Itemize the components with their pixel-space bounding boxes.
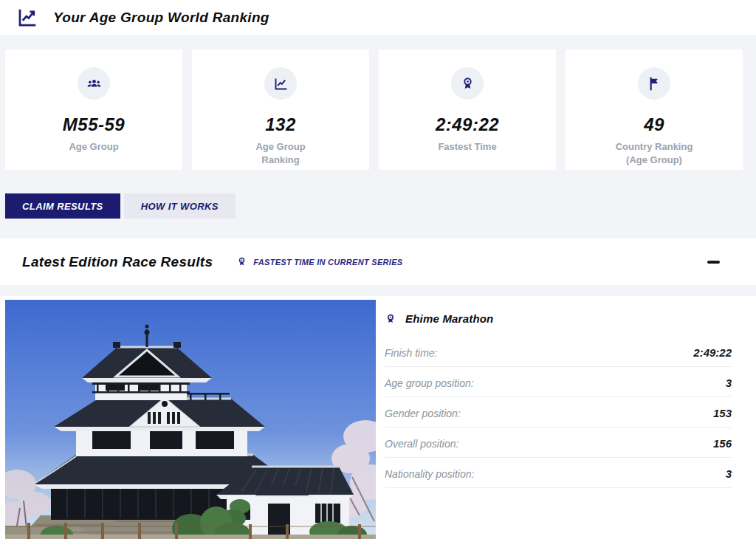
fastest-time-badge-label: FASTEST TIME IN CURRENT SERIES [253, 258, 402, 267]
stat-card-fastest-time: 2:49:22 Fastest Time [379, 49, 556, 170]
collapse-section-button[interactable] [704, 253, 722, 271]
fastest-time-badge: FASTEST TIME IN CURRENT SERIES [236, 256, 402, 267]
result-row-overall-position: Overall position: 156 [385, 428, 732, 458]
row-value: 156 [713, 437, 732, 450]
result-row-nationality-position: Nationality position: 3 [385, 458, 732, 488]
row-label: Overall position: [385, 438, 458, 450]
medal-icon [236, 256, 247, 267]
claim-results-button[interactable]: CLAIM RESULTS [5, 193, 120, 219]
line-chart-icon [264, 67, 297, 100]
stat-card-age-group-ranking: 132 Age Group Ranking [192, 49, 369, 170]
stats-cards: M55-59 Age Group 132 Age Group Ranking 2… [5, 49, 743, 170]
latest-results-title: Latest Edition Race Results [22, 254, 213, 270]
race-details: Ehime Marathon Finish time: 2:49:22 Age … [376, 296, 756, 539]
flag-icon [638, 67, 670, 100]
row-value: 3 [726, 377, 732, 389]
stat-label: Fastest Time [438, 140, 496, 154]
latest-results-bar: Latest Edition Race Results FASTEST TIME… [0, 238, 756, 285]
people-icon [78, 67, 110, 100]
row-label: Nationality position: [385, 468, 474, 480]
result-row-gender-position: Gender position: 153 [385, 397, 732, 428]
stat-label: Country Ranking (Age Group) [616, 140, 693, 166]
row-value: 153 [713, 407, 732, 419]
row-value: 3 [726, 467, 732, 480]
race-photo-japanese-castle [5, 300, 376, 539]
stat-card-country-ranking: 49 Country Ranking (Age Group) [566, 49, 743, 170]
stat-label: Age Group [69, 140, 118, 154]
stat-value: 49 [644, 114, 664, 135]
row-label: Age group position: [385, 377, 474, 389]
how-it-works-button[interactable]: HOW IT WORKS [124, 193, 236, 219]
minus-icon [707, 261, 720, 264]
actions-row: CLAIM RESULTS HOW IT WORKS [5, 193, 756, 219]
stat-value: 132 [265, 114, 296, 135]
result-rows: Finish time: 2:49:22 Age group position:… [385, 337, 732, 488]
row-label: Gender position: [385, 408, 461, 419]
race-result-panel: Ehime Marathon Finish time: 2:49:22 Age … [0, 296, 756, 539]
line-chart-icon [16, 7, 38, 29]
result-row-age-group-position: Age group position: 3 [385, 367, 732, 397]
stat-label: Age Group Ranking [255, 140, 305, 166]
row-value: 2:49:22 [693, 346, 732, 359]
result-row-finish-time: Finish time: 2:49:22 [385, 337, 732, 367]
page-header: Your Age Group World Ranking [0, 0, 756, 35]
row-label: Finish time: [385, 347, 438, 359]
medal-icon [451, 67, 484, 100]
stat-card-age-group: M55-59 Age Group [5, 49, 182, 170]
race-name: Ehime Marathon [405, 312, 493, 325]
stat-value: M55-59 [63, 114, 125, 135]
race-title-row: Ehime Marathon [385, 312, 732, 325]
page-title: Your Age Group World Ranking [53, 10, 269, 26]
medal-icon [385, 313, 396, 325]
stat-value: 2:49:22 [436, 114, 499, 135]
